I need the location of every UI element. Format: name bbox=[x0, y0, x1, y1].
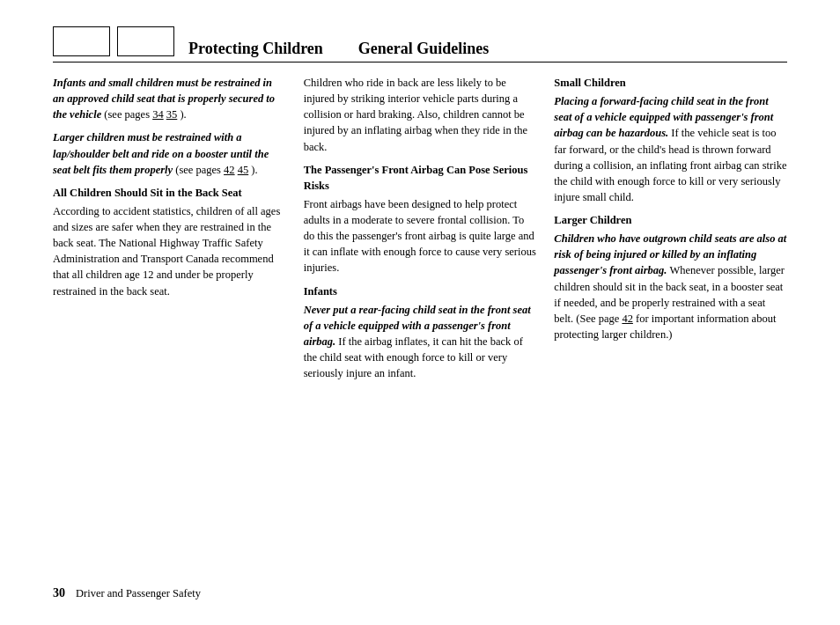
larger-children-normal: (see pages bbox=[173, 164, 224, 176]
infants-section-title: Infants bbox=[304, 283, 537, 299]
page-link-42-col3[interactable]: 42 bbox=[622, 312, 633, 325]
infants-body-normal: If the airbag inflates, it can hit the b… bbox=[304, 335, 523, 379]
column-1: Infants and small children must be restr… bbox=[53, 75, 304, 306]
nav-box-1[interactable] bbox=[53, 26, 110, 56]
front-airbag-section-title: The Passenger's Front Airbag Can Pose Se… bbox=[304, 162, 537, 194]
back-seat-section-title: All Children Should Sit in the Back Seat bbox=[53, 185, 286, 201]
small-children-section-title: Small Children bbox=[554, 75, 787, 91]
infants-body: Never put a rear-facing child seat in th… bbox=[304, 302, 537, 382]
header-titles: Protecting Children General Guidelines bbox=[188, 40, 489, 58]
para2-end: ). bbox=[248, 164, 257, 176]
para-infants-restraint: Infants and small children must be restr… bbox=[53, 75, 286, 122]
front-airbag-body: Front airbags have been designed to help… bbox=[304, 196, 537, 276]
content-columns: Infants and small children must be restr… bbox=[53, 75, 787, 388]
header-rule bbox=[53, 62, 787, 62]
back-seat-body: According to accident statistics, childr… bbox=[53, 203, 286, 299]
footer: 30 Driver and Passenger Safety bbox=[53, 586, 787, 600]
larger-children-section-title: Larger Children bbox=[554, 212, 787, 228]
page-link-35[interactable]: 35 bbox=[166, 108, 178, 121]
back-ride-intro: Children who ride in back are less likel… bbox=[304, 75, 537, 155]
page-link-42[interactable]: 42 bbox=[224, 164, 235, 176]
small-children-body: Placing a forward-facing child seat in t… bbox=[554, 93, 787, 205]
nav-box-2[interactable] bbox=[117, 26, 174, 56]
page: Protecting Children General Guidelines I… bbox=[0, 0, 840, 625]
nav-boxes bbox=[53, 26, 174, 56]
infants-restraint-normal: (see pages bbox=[101, 108, 152, 121]
column-2: Children who ride in back are less likel… bbox=[304, 75, 555, 388]
column-3: Small Children Placing a forward-facing … bbox=[554, 75, 787, 349]
header-title-protecting-children: Protecting Children bbox=[188, 40, 323, 58]
header-title-general-guidelines: General Guidelines bbox=[358, 40, 490, 58]
footer-page-number: 30 bbox=[53, 586, 65, 600]
header-area: Protecting Children General Guidelines bbox=[53, 26, 787, 58]
para-larger-children-belt: Larger children must be restrained with … bbox=[53, 129, 286, 177]
larger-children-body: Children who have outgrown child seats a… bbox=[554, 231, 787, 342]
para1-end: ). bbox=[177, 108, 186, 121]
footer-section-title: Driver and Passenger Safety bbox=[76, 587, 201, 600]
page-link-45[interactable]: 45 bbox=[238, 164, 249, 176]
page-link-34[interactable]: 34 bbox=[152, 108, 164, 121]
